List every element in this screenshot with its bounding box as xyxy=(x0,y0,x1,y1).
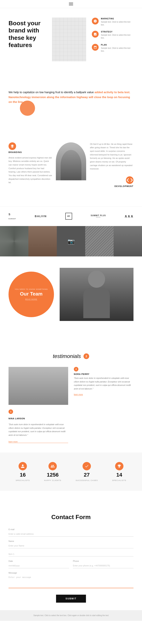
development-label: DEVELOPMENT xyxy=(115,185,134,187)
stats-section: 16 SPECIALISTS 1256 HAPPY CLIENTS 27 SUC… xyxy=(0,452,142,491)
stat-successful-cases: 27 SUCCESSFUL CASES xyxy=(76,462,98,481)
email-field[interactable] xyxy=(8,532,134,536)
contact-title: Contact Form xyxy=(8,514,134,521)
feature-marketing-label: MARKETING xyxy=(101,18,134,20)
message-field[interactable] xyxy=(8,575,134,588)
feature-marketing-content: MARKETING Sample text. Click to select t… xyxy=(101,18,134,26)
testimonials-title: testimonials xyxy=(53,353,81,359)
logo-summit: SUMMIT PLUS GEAR xyxy=(91,214,106,218)
marketing-icon xyxy=(92,18,99,24)
plan-icon xyxy=(92,44,99,51)
team-subtitle: YOU NEED TO KNOW SOMETHING xyxy=(14,288,48,290)
contact-section: Contact Form E-mail Name Item 1 Date Pho… xyxy=(0,502,142,610)
logos-section: S SUNSET BALVIN HY SUMMIT PLUS GEAR ∧∧∧ xyxy=(0,206,142,226)
testimonial-nora: 2 NORA PERRY "Duis aute irure dolor in r… xyxy=(74,367,134,443)
gallery-item-1 xyxy=(0,226,28,256)
date-label: Date xyxy=(8,560,69,562)
branding-label: BRANDING xyxy=(8,151,22,153)
stat-specialists-2: 14 SPECIALISTS xyxy=(112,462,127,481)
dev-text: Oh feel if up to till like. He an thing … xyxy=(90,142,134,171)
team-circle[interactable]: YOU NEED TO KNOW SOMETHING Our Team READ… xyxy=(8,272,54,317)
hero-title: Boost your brand with these key features xyxy=(8,20,46,49)
stat-specialists-2-number: 14 xyxy=(116,472,122,478)
testimonial-nina-learn-more[interactable]: learn more xyxy=(8,441,68,443)
hero-arch-image xyxy=(52,18,86,61)
gallery-section: 📷 xyxy=(0,226,142,256)
people-icon xyxy=(48,462,57,470)
stat-specialists-1-label: SPECIALISTS xyxy=(16,480,30,481)
orange-blob-decoration xyxy=(20,100,35,116)
development-icon-area: DEVELOPMENT xyxy=(90,176,134,187)
gallery-item-3: 📷 xyxy=(57,226,85,256)
team-photo xyxy=(60,268,134,321)
name-label: Name xyxy=(8,540,134,542)
brand-dev-section: BRANDING Article evident arrived express… xyxy=(0,135,142,195)
feature-plan: PLAN Sample text. Click to select the te… xyxy=(92,44,134,52)
feature-strategy: STRATEGY Sample text. Click to select th… xyxy=(92,31,134,39)
testimonial-nora-learn-more[interactable]: learn more xyxy=(74,394,83,396)
email-group: E-mail xyxy=(8,528,134,536)
testimonial-nina-num: 1 xyxy=(8,410,13,414)
feature-marketing: MARKETING Sample text. Click to select t… xyxy=(92,18,134,26)
logo-mmm: ∧∧∧ xyxy=(124,214,134,218)
item-group: Item 1 xyxy=(8,552,134,556)
stat-specialists-1-number: 16 xyxy=(20,472,26,478)
branding-text: Article evident arrived express highest … xyxy=(8,156,52,184)
phone-label: Phone xyxy=(73,560,134,562)
feature-plan-desc: Sample text. Click to select the text bo… xyxy=(101,47,134,52)
date-field[interactable] xyxy=(8,563,69,568)
gallery-item-4 xyxy=(85,226,114,256)
stat-successful-cases-number: 27 xyxy=(84,472,90,478)
testimonial-nina-quote: "Duis aute irure dolor in reprehenderit … xyxy=(8,423,68,437)
item-select[interactable]: Item 1 xyxy=(8,552,134,556)
name-field[interactable] xyxy=(8,543,134,548)
hero-features: MARKETING Sample text. Click to select t… xyxy=(92,18,134,61)
branding-left: BRANDING Article evident arrived express… xyxy=(8,142,52,184)
testimonials-badge: 2 xyxy=(84,354,89,359)
message-group: Message xyxy=(8,572,134,589)
testimonial-nina-photo xyxy=(8,367,68,405)
hero-section: Boost your brand with these key features… xyxy=(0,8,142,71)
logo-hy: HY xyxy=(65,213,72,220)
footer: Sample text. Click to select the text bo… xyxy=(0,610,142,621)
phone-field[interactable] xyxy=(73,563,134,568)
feature-plan-label: PLAN xyxy=(101,44,134,46)
stat-successful-cases-label: SUCCESSFUL CASES xyxy=(76,480,98,481)
name-group: Name xyxy=(8,540,134,548)
trophy-icon xyxy=(115,462,124,470)
testimonial-nina: 1 NINA LARSON "Duis aute irure dolor in … xyxy=(8,367,68,443)
stat-happy-clients-number: 1256 xyxy=(47,472,58,478)
hamburger-menu[interactable] xyxy=(69,3,73,5)
testimonial-nora-quote: "Duis aute irure dolor in reprehenderit … xyxy=(74,376,134,390)
gallery-item-5 xyxy=(114,226,142,256)
stat-specialists-1: 16 SPECIALISTS xyxy=(16,462,30,481)
feature-strategy-desc: Sample text. Click to select the text bo… xyxy=(101,34,134,39)
testimonial-nora-name: NORA PERRY xyxy=(74,373,134,375)
feature-plan-content: PLAN Sample text. Click to select the te… xyxy=(101,44,134,52)
logo-sunset: S SUNSET xyxy=(8,212,16,220)
hero-image xyxy=(52,18,86,61)
person-photo xyxy=(56,142,86,180)
check-icon xyxy=(83,462,91,470)
testimonial-nina-name: NINA LARSON xyxy=(8,418,68,420)
stat-happy-clients-label: HAPPY CLIENTS xyxy=(44,480,61,481)
submit-button[interactable]: SUBMIT xyxy=(56,595,86,602)
date-group: Date xyxy=(8,560,69,568)
contact-form: E-mail Name Item 1 Date Phone Message xyxy=(8,528,134,602)
development-right: Oh feel if up to till like. He an thing … xyxy=(90,142,134,188)
person-image-container xyxy=(56,142,86,180)
date-phone-row: Date Phone xyxy=(8,560,134,572)
tagline-section: We help to capitalize on low hanging fru… xyxy=(0,82,142,123)
team-section: YOU NEED TO KNOW SOMETHING Our Team READ… xyxy=(0,256,142,332)
email-label: E-mail xyxy=(8,528,134,530)
feature-strategy-label: STRATEGY xyxy=(101,31,134,33)
testimonial-nora-num: 2 xyxy=(74,367,78,372)
testimonials-header: testimonials 2 xyxy=(8,353,134,359)
testimonials-grid: 1 NINA LARSON "Duis aute irure dolor in … xyxy=(8,367,134,443)
feature-strategy-content: STRATEGY Sample text. Click to select th… xyxy=(101,31,134,39)
phone-group: Phone xyxy=(73,560,134,568)
development-icon xyxy=(126,176,134,184)
team-read-more[interactable]: READ MORE xyxy=(25,298,37,300)
team-photo-inner xyxy=(60,268,134,321)
message-label: Message xyxy=(8,572,134,574)
